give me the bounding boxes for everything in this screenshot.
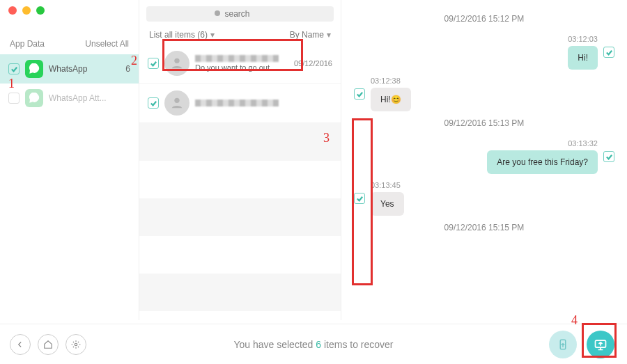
- bottom-toolbar: You have selected 6 items to recover: [0, 324, 627, 364]
- empty-list-area: [139, 123, 341, 320]
- app-data-label: App Data: [10, 39, 45, 49]
- avatar-icon: [164, 90, 189, 116]
- back-button[interactable]: [10, 334, 31, 355]
- sort-dropdown[interactable]: By Name▾: [290, 30, 331, 40]
- chat-date-header: 09/12/2016 15:12 PM: [354, 14, 614, 24]
- message-time: 03:12:38: [371, 77, 401, 85]
- message-bubble-sent[interactable]: Are you free this Friday?: [487, 150, 598, 174]
- message-preview: Do you want to go out...: [195, 63, 288, 72]
- checkbox[interactable]: [603, 151, 614, 162]
- chat-panel: 09/12/2016 15:12 PM 03:12:03 Hi! 03:12:3…: [341, 0, 627, 320]
- conversation-item[interactable]: [139, 84, 341, 123]
- avatar-icon: [164, 51, 189, 76]
- search-icon: [214, 10, 222, 18]
- checkbox[interactable]: [603, 47, 614, 58]
- message-bubble-sent[interactable]: Hi!: [568, 46, 598, 70]
- svg-point-2: [75, 343, 77, 346]
- message-time: 03:13:32: [568, 139, 598, 148]
- thread-date: 09/12/2016: [294, 59, 332, 68]
- filter-dropdown[interactable]: List all items (6)▾: [149, 30, 215, 40]
- checkbox[interactable]: [354, 193, 365, 204]
- checkbox[interactable]: [8, 63, 20, 74]
- chat-date-header: 09/12/2016 15:13 PM: [354, 118, 614, 128]
- sidebar-item-whatsapp[interactable]: WhatsApp 6: [0, 54, 139, 84]
- checkbox[interactable]: [354, 88, 365, 100]
- checkbox[interactable]: [148, 58, 159, 69]
- unselect-all-button[interactable]: Unselect All: [85, 39, 129, 49]
- search-field[interactable]: [146, 6, 334, 22]
- conversation-item[interactable]: Do you want to go out... 09/12/2016: [139, 44, 341, 84]
- home-button[interactable]: [38, 334, 59, 355]
- settings-button[interactable]: [65, 334, 86, 355]
- sidebar-item-label: WhatsApp Att...: [49, 93, 107, 103]
- svg-point-0: [174, 58, 179, 63]
- message-time: 03:12:03: [568, 35, 598, 43]
- message-bubble-received[interactable]: Hi!😊: [371, 88, 411, 111]
- chevron-down-icon: ▾: [327, 30, 331, 40]
- chevron-down-icon: ▾: [210, 30, 215, 40]
- export-to-computer-button[interactable]: [587, 331, 614, 358]
- svg-point-1: [174, 98, 179, 103]
- app-data-sidebar: App Data Unselect All WhatsApp 6 WhatsAp…: [0, 0, 139, 320]
- contact-name-redacted: [195, 100, 279, 106]
- checkbox[interactable]: [148, 97, 159, 109]
- conversation-list: List all items (6)▾ By Name▾ Do you want…: [139, 0, 341, 320]
- chat-date-header: 09/12/2016 15:15 PM: [354, 223, 614, 232]
- sidebar-item-label: WhatsApp: [49, 64, 87, 74]
- checkbox[interactable]: [8, 93, 20, 104]
- sidebar-item-count: 6: [125, 64, 130, 74]
- whatsapp-attachments-icon: [25, 89, 43, 107]
- sidebar-item-whatsapp-attachments[interactable]: WhatsApp Att...: [0, 84, 139, 113]
- selection-status: You have selected 6 items to recover: [233, 339, 393, 350]
- export-to-device-button[interactable]: [549, 331, 577, 358]
- message-time: 03:13:45: [371, 181, 401, 189]
- message-bubble-received[interactable]: Yes: [371, 192, 404, 216]
- contact-name-redacted: [195, 55, 279, 62]
- search-input[interactable]: [225, 9, 267, 19]
- whatsapp-icon: [25, 60, 43, 78]
